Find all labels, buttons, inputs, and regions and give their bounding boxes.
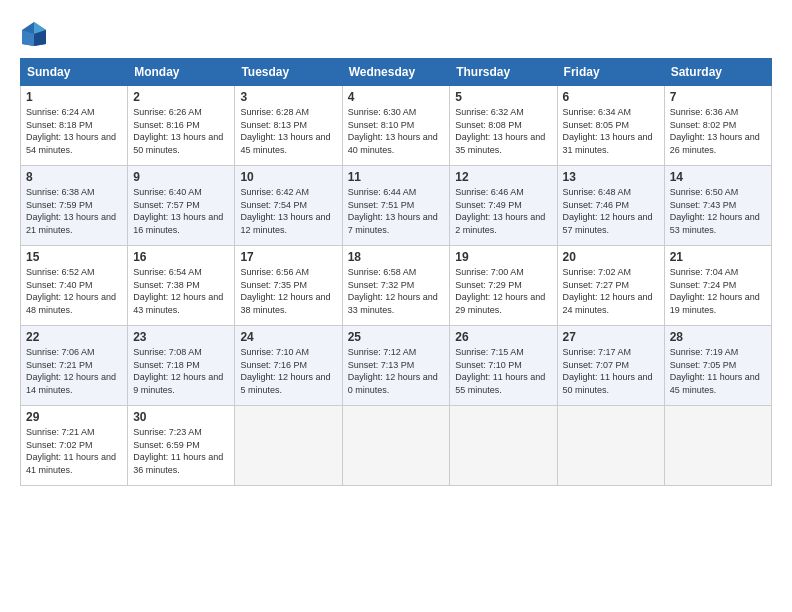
day-number: 1 [26, 90, 122, 104]
calendar-cell: 20Sunrise: 7:02 AM Sunset: 7:27 PM Dayli… [557, 246, 664, 326]
col-header-saturday: Saturday [664, 59, 771, 86]
col-header-wednesday: Wednesday [342, 59, 450, 86]
calendar-header-row: SundayMondayTuesdayWednesdayThursdayFrid… [21, 59, 772, 86]
day-number: 8 [26, 170, 122, 184]
day-info: Sunrise: 7:08 AM Sunset: 7:18 PM Dayligh… [133, 346, 229, 396]
col-header-sunday: Sunday [21, 59, 128, 86]
day-info: Sunrise: 7:23 AM Sunset: 6:59 PM Dayligh… [133, 426, 229, 476]
calendar-cell: 28Sunrise: 7:19 AM Sunset: 7:05 PM Dayli… [664, 326, 771, 406]
logo [20, 20, 52, 48]
day-number: 25 [348, 330, 445, 344]
day-info: Sunrise: 7:19 AM Sunset: 7:05 PM Dayligh… [670, 346, 766, 396]
col-header-friday: Friday [557, 59, 664, 86]
day-number: 29 [26, 410, 122, 424]
day-number: 10 [240, 170, 336, 184]
day-info: Sunrise: 7:21 AM Sunset: 7:02 PM Dayligh… [26, 426, 122, 476]
day-info: Sunrise: 6:34 AM Sunset: 8:05 PM Dayligh… [563, 106, 659, 156]
logo-icon [20, 20, 48, 48]
col-header-thursday: Thursday [450, 59, 557, 86]
day-info: Sunrise: 6:58 AM Sunset: 7:32 PM Dayligh… [348, 266, 445, 316]
day-info: Sunrise: 6:28 AM Sunset: 8:13 PM Dayligh… [240, 106, 336, 156]
calendar-cell: 30Sunrise: 7:23 AM Sunset: 6:59 PM Dayli… [128, 406, 235, 486]
calendar-table: SundayMondayTuesdayWednesdayThursdayFrid… [20, 58, 772, 486]
day-info: Sunrise: 7:06 AM Sunset: 7:21 PM Dayligh… [26, 346, 122, 396]
day-info: Sunrise: 6:26 AM Sunset: 8:16 PM Dayligh… [133, 106, 229, 156]
calendar-cell: 1Sunrise: 6:24 AM Sunset: 8:18 PM Daylig… [21, 86, 128, 166]
day-number: 22 [26, 330, 122, 344]
calendar-cell: 19Sunrise: 7:00 AM Sunset: 7:29 PM Dayli… [450, 246, 557, 326]
calendar-cell: 9Sunrise: 6:40 AM Sunset: 7:57 PM Daylig… [128, 166, 235, 246]
day-number: 20 [563, 250, 659, 264]
calendar-week-0: 1Sunrise: 6:24 AM Sunset: 8:18 PM Daylig… [21, 86, 772, 166]
day-info: Sunrise: 6:54 AM Sunset: 7:38 PM Dayligh… [133, 266, 229, 316]
day-number: 28 [670, 330, 766, 344]
calendar-cell: 18Sunrise: 6:58 AM Sunset: 7:32 PM Dayli… [342, 246, 450, 326]
day-number: 7 [670, 90, 766, 104]
calendar-cell: 21Sunrise: 7:04 AM Sunset: 7:24 PM Dayli… [664, 246, 771, 326]
day-number: 5 [455, 90, 551, 104]
calendar-cell: 25Sunrise: 7:12 AM Sunset: 7:13 PM Dayli… [342, 326, 450, 406]
calendar-cell: 15Sunrise: 6:52 AM Sunset: 7:40 PM Dayli… [21, 246, 128, 326]
day-info: Sunrise: 6:24 AM Sunset: 8:18 PM Dayligh… [26, 106, 122, 156]
col-header-monday: Monday [128, 59, 235, 86]
day-number: 6 [563, 90, 659, 104]
calendar-cell: 26Sunrise: 7:15 AM Sunset: 7:10 PM Dayli… [450, 326, 557, 406]
day-number: 16 [133, 250, 229, 264]
day-number: 14 [670, 170, 766, 184]
calendar-cell: 17Sunrise: 6:56 AM Sunset: 7:35 PM Dayli… [235, 246, 342, 326]
day-number: 26 [455, 330, 551, 344]
day-number: 9 [133, 170, 229, 184]
calendar-cell: 5Sunrise: 6:32 AM Sunset: 8:08 PM Daylig… [450, 86, 557, 166]
day-info: Sunrise: 6:38 AM Sunset: 7:59 PM Dayligh… [26, 186, 122, 236]
calendar-cell: 10Sunrise: 6:42 AM Sunset: 7:54 PM Dayli… [235, 166, 342, 246]
calendar-cell: 8Sunrise: 6:38 AM Sunset: 7:59 PM Daylig… [21, 166, 128, 246]
calendar-cell: 29Sunrise: 7:21 AM Sunset: 7:02 PM Dayli… [21, 406, 128, 486]
day-info: Sunrise: 7:10 AM Sunset: 7:16 PM Dayligh… [240, 346, 336, 396]
day-number: 23 [133, 330, 229, 344]
calendar-cell: 6Sunrise: 6:34 AM Sunset: 8:05 PM Daylig… [557, 86, 664, 166]
calendar-week-4: 29Sunrise: 7:21 AM Sunset: 7:02 PM Dayli… [21, 406, 772, 486]
day-number: 3 [240, 90, 336, 104]
day-info: Sunrise: 6:56 AM Sunset: 7:35 PM Dayligh… [240, 266, 336, 316]
calendar-cell: 16Sunrise: 6:54 AM Sunset: 7:38 PM Dayli… [128, 246, 235, 326]
calendar-cell [450, 406, 557, 486]
day-number: 12 [455, 170, 551, 184]
day-info: Sunrise: 7:17 AM Sunset: 7:07 PM Dayligh… [563, 346, 659, 396]
day-number: 2 [133, 90, 229, 104]
calendar-week-2: 15Sunrise: 6:52 AM Sunset: 7:40 PM Dayli… [21, 246, 772, 326]
day-number: 24 [240, 330, 336, 344]
page: SundayMondayTuesdayWednesdayThursdayFrid… [0, 0, 792, 496]
calendar-cell: 4Sunrise: 6:30 AM Sunset: 8:10 PM Daylig… [342, 86, 450, 166]
day-info: Sunrise: 6:40 AM Sunset: 7:57 PM Dayligh… [133, 186, 229, 236]
day-number: 21 [670, 250, 766, 264]
day-info: Sunrise: 7:00 AM Sunset: 7:29 PM Dayligh… [455, 266, 551, 316]
day-number: 15 [26, 250, 122, 264]
day-info: Sunrise: 6:44 AM Sunset: 7:51 PM Dayligh… [348, 186, 445, 236]
calendar-cell: 22Sunrise: 7:06 AM Sunset: 7:21 PM Dayli… [21, 326, 128, 406]
calendar-cell [235, 406, 342, 486]
calendar-cell: 11Sunrise: 6:44 AM Sunset: 7:51 PM Dayli… [342, 166, 450, 246]
calendar-week-3: 22Sunrise: 7:06 AM Sunset: 7:21 PM Dayli… [21, 326, 772, 406]
day-info: Sunrise: 7:04 AM Sunset: 7:24 PM Dayligh… [670, 266, 766, 316]
day-number: 17 [240, 250, 336, 264]
day-info: Sunrise: 7:02 AM Sunset: 7:27 PM Dayligh… [563, 266, 659, 316]
day-number: 13 [563, 170, 659, 184]
calendar-cell: 12Sunrise: 6:46 AM Sunset: 7:49 PM Dayli… [450, 166, 557, 246]
day-number: 30 [133, 410, 229, 424]
calendar-cell [664, 406, 771, 486]
day-info: Sunrise: 6:30 AM Sunset: 8:10 PM Dayligh… [348, 106, 445, 156]
day-info: Sunrise: 6:50 AM Sunset: 7:43 PM Dayligh… [670, 186, 766, 236]
day-info: Sunrise: 6:48 AM Sunset: 7:46 PM Dayligh… [563, 186, 659, 236]
calendar-cell: 3Sunrise: 6:28 AM Sunset: 8:13 PM Daylig… [235, 86, 342, 166]
day-info: Sunrise: 6:46 AM Sunset: 7:49 PM Dayligh… [455, 186, 551, 236]
header [20, 20, 772, 48]
day-number: 19 [455, 250, 551, 264]
day-info: Sunrise: 6:32 AM Sunset: 8:08 PM Dayligh… [455, 106, 551, 156]
day-info: Sunrise: 6:42 AM Sunset: 7:54 PM Dayligh… [240, 186, 336, 236]
day-number: 11 [348, 170, 445, 184]
calendar-cell [557, 406, 664, 486]
calendar-cell: 24Sunrise: 7:10 AM Sunset: 7:16 PM Dayli… [235, 326, 342, 406]
day-info: Sunrise: 7:15 AM Sunset: 7:10 PM Dayligh… [455, 346, 551, 396]
calendar-cell: 13Sunrise: 6:48 AM Sunset: 7:46 PM Dayli… [557, 166, 664, 246]
day-number: 18 [348, 250, 445, 264]
